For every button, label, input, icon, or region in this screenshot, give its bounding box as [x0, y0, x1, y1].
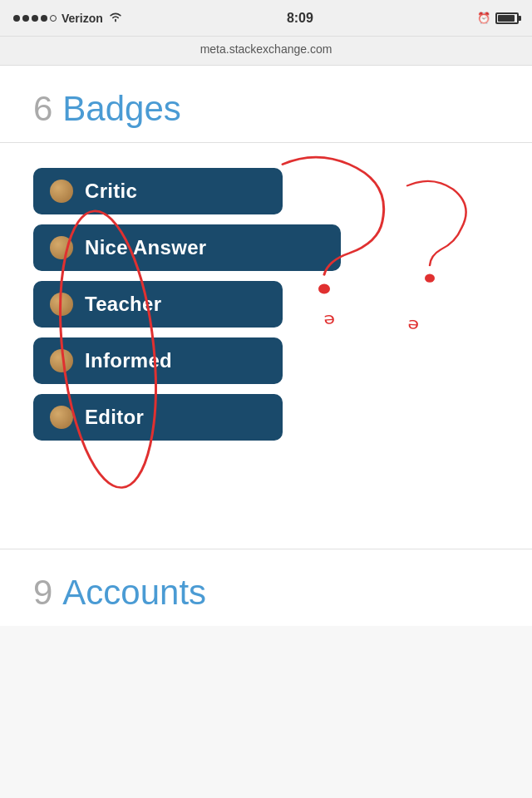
- badge-label-teacher: Teacher: [85, 293, 161, 316]
- carrier-label: Verizon: [62, 12, 103, 25]
- badge-list: Critic Nice Answer Teacher Informed Edit…: [0, 160, 532, 466]
- battery-indicator: [495, 12, 519, 24]
- url-bar: meta.stackexchange.com: [0, 37, 532, 66]
- badges-divider: [0, 142, 532, 143]
- badge-editor[interactable]: Editor: [33, 394, 283, 441]
- alarm-icon: ⏰: [477, 12, 490, 24]
- signal-dot-3: [32, 15, 38, 22]
- badges-count: 6: [33, 89, 52, 129]
- badge-informed[interactable]: Informed: [33, 337, 283, 384]
- status-bar: Verizon 8:09 ⏰: [0, 0, 532, 37]
- badge-teacher[interactable]: Teacher: [33, 281, 283, 328]
- main-content: 6 Badges Critic Nice Answer Teacher: [0, 66, 532, 626]
- status-right: ⏰: [477, 12, 519, 24]
- badge-label-informed: Informed: [85, 349, 172, 372]
- badge-label-editor: Editor: [85, 406, 144, 429]
- signal-dot-2: [22, 15, 29, 22]
- badge-icon-nice-answer: [50, 236, 73, 259]
- svg-point-1: [318, 283, 330, 293]
- accounts-title: Accounts: [62, 573, 206, 613]
- badge-icon-informed: [50, 349, 73, 372]
- battery-fill: [498, 15, 515, 22]
- clock: 8:09: [287, 11, 313, 26]
- signal-dots: [13, 15, 57, 22]
- svg-text:ə: ə: [407, 314, 420, 332]
- badge-label-critic: Critic: [85, 180, 137, 203]
- badge-icon-critic: [50, 180, 73, 203]
- badge-icon-editor: [50, 406, 73, 429]
- svg-text:ə: ə: [323, 310, 335, 328]
- badge-list-container: Critic Nice Answer Teacher Informed Edit…: [0, 160, 532, 466]
- badge-nice-answer[interactable]: Nice Answer: [33, 224, 341, 271]
- signal-dot-5: [50, 15, 57, 22]
- status-left: Verizon: [13, 11, 123, 25]
- signal-dot-1: [13, 15, 20, 22]
- svg-point-2: [425, 274, 435, 283]
- badge-icon-teacher: [50, 293, 73, 316]
- badges-title: Badges: [62, 89, 180, 129]
- accounts-header: 9 Accounts: [0, 549, 532, 626]
- badge-label-nice-answer: Nice Answer: [85, 236, 206, 259]
- url-text: meta.stackexchange.com: [200, 42, 332, 56]
- accounts-count: 9: [33, 573, 52, 613]
- badge-critic[interactable]: Critic: [33, 168, 283, 214]
- wifi-icon: [108, 11, 123, 25]
- badges-header: 6 Badges: [0, 66, 532, 142]
- signal-dot-4: [41, 15, 47, 22]
